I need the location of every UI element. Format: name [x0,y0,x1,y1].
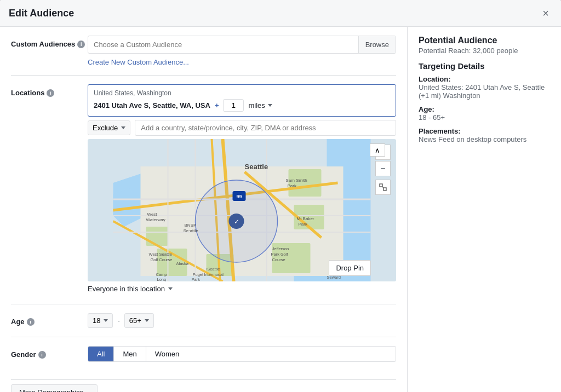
location-type-text: Everyone in this location [88,285,165,293]
custom-audiences-info-icon[interactable]: i [77,41,85,48]
svg-text:Mt Baker: Mt Baker [297,216,314,221]
svg-text:BNSP: BNSP [185,223,197,228]
svg-text:iSeattle: iSeattle [207,267,220,272]
svg-text:✓: ✓ [234,218,239,226]
targeting-location: Location: United States: 2401 Utah Ave S… [419,75,550,100]
custom-audiences-content: Browse Create New Custom Audience... [88,36,396,66]
plus-sign: + [215,101,219,109]
svg-text:West: West [147,212,158,217]
exclude-select[interactable]: Exclude [88,120,130,135]
svg-text:Intermodal: Intermodal [204,272,224,277]
drop-pin-button[interactable]: Drop Pin [329,260,371,276]
age-label: Age i [11,313,88,326]
svg-text:Se·attle: Se·attle [184,228,199,233]
svg-text:Puget: Puget [193,272,204,277]
modal-body: Custom Audiences i Browse Create New Cus… [0,27,561,392]
miles-chevron-icon [268,104,272,107]
targeting-placements: Placements: News Feed on desktop compute… [419,127,550,143]
location-display: United States, Washington 2401 Utah Ave … [88,84,396,117]
location-main-row: 2401 Utah Ave S, Seattle, WA, USA + mile… [94,99,390,112]
svg-line-52 [382,187,383,188]
map-expand-button[interactable] [375,180,391,195]
miles-dropdown[interactable]: miles [248,101,272,109]
right-panel: Potential Audience Potential Reach: 32,0… [408,27,561,392]
svg-rect-50 [380,184,382,187]
age-content: 18 - 65+ [88,313,396,328]
gender-section: Gender i All Men Women [11,346,396,371]
svg-text:Waterway: Waterway [146,217,165,222]
locations-section: Locations i United States, Washington 24… [11,84,396,304]
svg-text:Camp: Camp [156,272,167,277]
targeting-location-label: Location: [419,75,550,83]
audience-input-row: Browse [88,36,396,54]
age-max-chevron-icon [145,319,149,322]
age-min-chevron-icon [104,319,108,322]
map-scroll-up-button[interactable]: ∧ [370,143,385,157]
gender-women-button[interactable]: Women [146,347,188,361]
locations-label: Locations i [11,84,88,97]
targeting-age: Age: 18 - 65+ [419,105,550,122]
targeting-placements-value: News Feed on desktop computers [419,135,550,143]
svg-text:Jefferson: Jefferson [272,246,289,251]
age-row: 18 - 65+ [88,313,396,328]
svg-text:Alaska: Alaska [176,261,189,266]
svg-text:West Seattle: West Seattle [149,252,172,257]
custom-audiences-label: Custom Audiences i [11,36,88,48]
potential-audience-title: Potential Audience [419,36,550,45]
map-zoom-controls: ∧ + − [375,145,391,195]
location-country: United States, Washington [94,89,390,97]
map-container: 99 ✓ Seattle West Waterway BNSP Se·attle [88,139,396,281]
svg-text:Park: Park [192,277,201,281]
location-address: 2401 Utah Ave S, Seattle, WA, USA [94,101,210,109]
location-type-chevron-icon [168,287,173,290]
exclude-chevron-icon [121,126,125,129]
custom-audience-input[interactable] [88,36,358,53]
modal-header: Edit Audience × [0,0,561,27]
targeting-age-value: 18 - 65+ [419,113,550,122]
svg-text:Course: Course [272,257,285,262]
svg-text:Park Golf: Park Golf [271,252,289,257]
browse-button[interactable]: Browse [358,36,396,53]
edit-audience-modal: Edit Audience × Custom Audiences i Brows… [0,0,561,392]
location-type-row[interactable]: Everyone in this location [88,285,396,293]
targeting-location-value: United States: 2401 Utah Ave S, Seattle … [419,83,550,100]
age-dash: - [117,316,119,325]
gender-info-icon[interactable]: i [38,351,46,359]
age-min-select[interactable]: 18 [88,313,113,328]
gender-label: Gender i [11,346,88,359]
gender-all-button[interactable]: All [88,347,114,361]
svg-rect-6 [289,169,322,197]
custom-audiences-section: Custom Audiences i Browse Create New Cus… [11,36,396,76]
gender-content: All Men Women [88,346,396,362]
more-demographics-hint: More Demographics... [11,379,396,392]
age-max-value: 65+ [129,316,141,325]
targeting-placements-label: Placements: [419,127,550,135]
left-panel: Custom Audiences i Browse Create New Cus… [0,27,408,392]
svg-rect-51 [383,188,386,191]
svg-text:Sam Smith: Sam Smith [286,178,307,183]
modal-title: Edit Audience [9,8,74,19]
gender-group: All Men Women [88,346,396,362]
svg-rect-10 [146,227,168,246]
more-demographics-button[interactable]: More Demographics... [11,384,98,392]
map-zoom-out-button[interactable]: − [375,161,391,176]
locations-info-icon[interactable]: i [47,89,54,97]
age-section: Age i 18 - 65+ [11,313,396,337]
age-info-icon[interactable]: i [27,318,35,326]
targeting-details-title: Targeting Details [419,61,550,71]
svg-text:Golf Course: Golf Course [151,257,173,262]
miles-input[interactable] [223,99,244,112]
create-custom-audience-link[interactable]: Create New Custom Audience... [88,58,396,66]
close-button[interactable]: × [539,7,552,20]
age-max-select[interactable]: 65+ [124,313,154,328]
gender-men-button[interactable]: Men [114,347,146,361]
svg-text:Seattle: Seattle [245,163,268,171]
targeting-age-label: Age: [419,105,550,113]
potential-reach: Potential Reach: 32,000 people [419,47,550,55]
age-min-value: 18 [93,316,100,325]
svg-text:Park: Park [288,183,297,188]
svg-text:Park: Park [299,222,308,227]
add-location-input[interactable] [135,120,396,136]
exclude-row: Exclude [88,120,396,136]
svg-text:Long: Long [157,277,167,281]
